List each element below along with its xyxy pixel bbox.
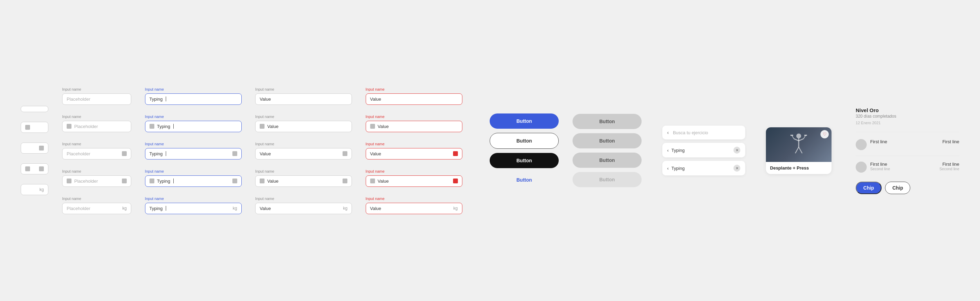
svg-line-2 — [794, 139, 799, 141]
input-value-basic[interactable]: Value — [255, 93, 352, 105]
chips-row: Chip Chip — [856, 182, 959, 194]
input-label-2-5: Input name — [62, 197, 131, 201]
value-text-5-2: Value — [378, 124, 389, 129]
input-icon-both-empty[interactable] — [21, 163, 48, 175]
input-label-5-2: Input name — [366, 115, 462, 118]
level-date: 12 Enero 2021 — [856, 121, 959, 125]
value-text-5-3: Value — [370, 151, 381, 156]
input-label-5-1: Input name — [366, 87, 462, 91]
separator-1 — [856, 132, 959, 132]
input-placeholder-suffix[interactable]: Placeholder kg — [62, 203, 131, 214]
value-text-4-1: Value — [260, 96, 271, 102]
placeholder-text-4: Placeholder — [74, 179, 98, 184]
input-group-1-3 — [21, 142, 48, 154]
input-value-icon-both[interactable]: Value — [255, 175, 352, 187]
input-placeholder-icon-both[interactable]: Placeholder — [62, 175, 131, 187]
input-label-5-5: Input name — [366, 197, 462, 201]
input-error-suffix[interactable]: Value kg — [366, 203, 462, 214]
link-button[interactable]: Button — [490, 172, 559, 187]
search-result-2[interactable]: ‹ Typing ✕ — [662, 161, 745, 175]
result-close-2[interactable]: ✕ — [733, 165, 740, 171]
input-error-icon-right[interactable]: Value — [366, 148, 462, 160]
input-group-3-1: Input name Typing — [145, 87, 241, 105]
input-icon-left-2 — [67, 179, 72, 183]
result-close-1[interactable]: ✕ — [733, 147, 740, 154]
input-typing-icon-left[interactable]: Typing — [145, 121, 242, 132]
input-group-2-3: Input name Placeholder — [62, 142, 131, 160]
item-labels-1: First line — [870, 139, 887, 144]
search-section-wrapper: ‹ Busca tu ejercicio ‹ Typing ✕ ‹ Typing… — [662, 126, 745, 175]
input-error-basic[interactable]: Value — [366, 93, 462, 105]
cursor-3-1 — [166, 96, 167, 101]
input-icon-right — [39, 146, 44, 150]
col2-section: Input name Placeholder Input name Placeh… — [62, 87, 131, 214]
input-label-5-4: Input name — [366, 169, 462, 173]
input-icon — [67, 124, 72, 129]
value-text-4-4: Value — [267, 179, 278, 184]
chip-outline[interactable]: Chip — [885, 182, 910, 194]
input-label-2-4: Input name — [62, 169, 131, 173]
secondary-button-3[interactable]: Button — [573, 152, 641, 168]
input-icon-left-empty[interactable] — [21, 122, 48, 133]
figure-svg — [788, 133, 809, 157]
input-group-5-5: Input name Value kg — [366, 197, 462, 214]
input-suffix-empty[interactable]: kg — [21, 184, 48, 195]
card-section-wrapper: ♡ Desplante + Press — [766, 127, 832, 174]
input-group-4-1: Input name Value — [255, 87, 352, 105]
card-title: Desplante + Press — [766, 162, 832, 174]
exercise-card: ♡ Desplante + Press — [766, 127, 832, 174]
input-placeholder-basic[interactable]: Placeholder — [62, 93, 131, 105]
input-icon-3-3 — [232, 151, 237, 156]
input-label-2-1: Input name — [62, 87, 131, 91]
search-result-1[interactable]: ‹ Typing ✕ — [662, 143, 745, 157]
outline-button[interactable]: Button — [490, 133, 559, 149]
input-error-icon-both[interactable]: Value — [366, 175, 462, 187]
input-basic-empty[interactable] — [21, 106, 48, 112]
item-labels-2: First line Second line — [870, 162, 890, 171]
button-group-left: Button Button Button Button — [490, 114, 559, 187]
input-value-icon-left[interactable]: Value — [255, 121, 352, 132]
item-right-labels-2: First line Second line — [940, 162, 959, 171]
col5-section: Input name Value Input name Value Input … — [366, 87, 462, 214]
search-chevron-icon: ‹ — [667, 130, 669, 135]
avatar-2 — [856, 162, 867, 173]
cursor-3-3 — [166, 151, 167, 156]
dark-button[interactable]: Button — [490, 153, 559, 168]
input-group-3-4: Input name Typing — [145, 169, 241, 187]
col4-section: Input name Value Input name Value Input … — [255, 87, 352, 214]
value-text-4-2: Value — [267, 124, 278, 129]
heart-icon[interactable]: ♡ — [821, 130, 829, 138]
input-icon-3-2 — [150, 124, 154, 129]
secondary-button-1[interactable]: Button — [573, 114, 641, 129]
chip-primary[interactable]: Chip — [856, 182, 881, 194]
right-section: Nivel Oro 320 días completados 12 Enero … — [856, 107, 959, 194]
input-icon-right-empty[interactable] — [21, 142, 48, 154]
value-text-4-3: Value — [260, 151, 271, 156]
input-group-1-2 — [21, 122, 48, 133]
item-right-second-2: Second line — [940, 167, 959, 171]
secondary-button-2[interactable]: Button — [573, 133, 641, 149]
input-error-icon-left[interactable]: Value — [366, 121, 462, 132]
primary-button[interactable]: Button — [490, 114, 559, 129]
input-placeholder-icon-left[interactable]: Placeholder — [62, 121, 131, 132]
input-suffix-3: kg — [233, 206, 237, 211]
input-placeholder-icon-right[interactable]: Placeholder — [62, 148, 131, 160]
value-text-3-5: Typing — [150, 206, 163, 211]
search-box[interactable]: ‹ Busca tu ejercicio — [662, 126, 745, 139]
card-image: ♡ — [766, 127, 832, 162]
input-typing-icon-both[interactable]: Typing — [145, 175, 242, 187]
search-section: ‹ Busca tu ejercicio ‹ Typing ✕ ‹ Typing… — [662, 126, 745, 175]
input-typing-icon-right[interactable]: Typing — [145, 148, 242, 160]
input-typing-basic[interactable]: Typing — [145, 93, 242, 105]
avatar-1 — [856, 139, 867, 150]
item-first-line-2: First line — [870, 162, 890, 167]
input-label-4-3: Input name — [255, 142, 352, 146]
input-typing-suffix[interactable]: Typing kg — [145, 203, 242, 214]
input-value-suffix[interactable]: Value kg — [255, 203, 352, 214]
svg-point-0 — [796, 134, 801, 138]
input-suffix-5: kg — [453, 206, 458, 211]
input-icon-error-5-3 — [453, 151, 458, 156]
input-value-icon-right[interactable]: Value — [255, 148, 352, 160]
input-label-4-1: Input name — [255, 87, 352, 91]
col1-section: kg — [21, 106, 48, 195]
